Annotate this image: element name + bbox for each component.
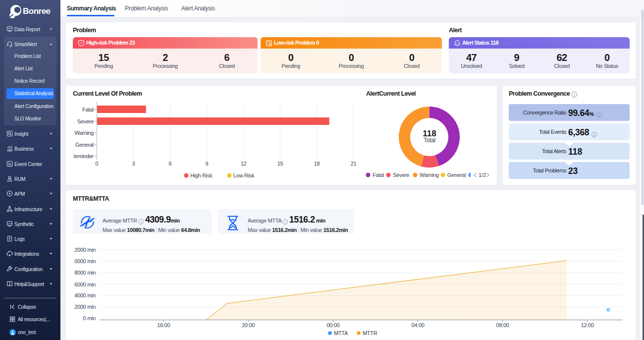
- svg-text:4000 min: 4000 min: [74, 292, 96, 298]
- svg-text:6000 min: 6000 min: [74, 282, 96, 287]
- svg-text:16:00: 16:00: [157, 322, 170, 328]
- svg-text:Fatal: Fatal: [373, 172, 384, 178]
- svg-text:High Risk: High Risk: [190, 172, 213, 178]
- svg-text:Warning: Warning: [75, 130, 94, 136]
- svg-text:MTTA: MTTA: [334, 330, 348, 336]
- svg-text:Bonree: Bonree: [23, 6, 51, 16]
- svg-text:3: 3: [132, 161, 135, 167]
- svg-text:6: 6: [169, 161, 172, 167]
- svg-text:20:00: 20:00: [242, 322, 255, 328]
- svg-text:Warning: Warning: [420, 172, 439, 178]
- svg-text:1/2: 1/2: [479, 172, 486, 178]
- svg-text:0: 0: [96, 161, 99, 167]
- svg-text:Reminder: Reminder: [71, 153, 94, 159]
- svg-text:08:00: 08:00: [496, 322, 509, 328]
- svg-text:15: 15: [277, 161, 283, 167]
- svg-text:Severe: Severe: [77, 118, 94, 124]
- svg-text:0 min: 0 min: [83, 315, 96, 321]
- svg-text:8000 min: 8000 min: [74, 270, 96, 276]
- svg-text:18: 18: [314, 161, 320, 167]
- svg-text:MTTR: MTTR: [363, 330, 377, 336]
- svg-text:2000 min: 2000 min: [74, 247, 96, 253]
- svg-text:00:00: 00:00: [326, 322, 339, 328]
- svg-text:12: 12: [241, 161, 247, 167]
- svg-text:General: General: [75, 142, 94, 148]
- svg-text:9: 9: [206, 161, 209, 167]
- svg-text:0000 min: 0000 min: [74, 258, 96, 264]
- svg-text:General: General: [447, 172, 466, 178]
- svg-text:Severe: Severe: [393, 172, 409, 178]
- svg-text:12:00: 12:00: [581, 322, 594, 328]
- svg-text:04:00: 04:00: [411, 322, 424, 328]
- svg-text:21: 21: [351, 161, 357, 167]
- svg-text:Low Risk: Low Risk: [233, 172, 255, 178]
- svg-text:Fatal: Fatal: [82, 107, 94, 113]
- svg-text:2000 min: 2000 min: [74, 304, 96, 310]
